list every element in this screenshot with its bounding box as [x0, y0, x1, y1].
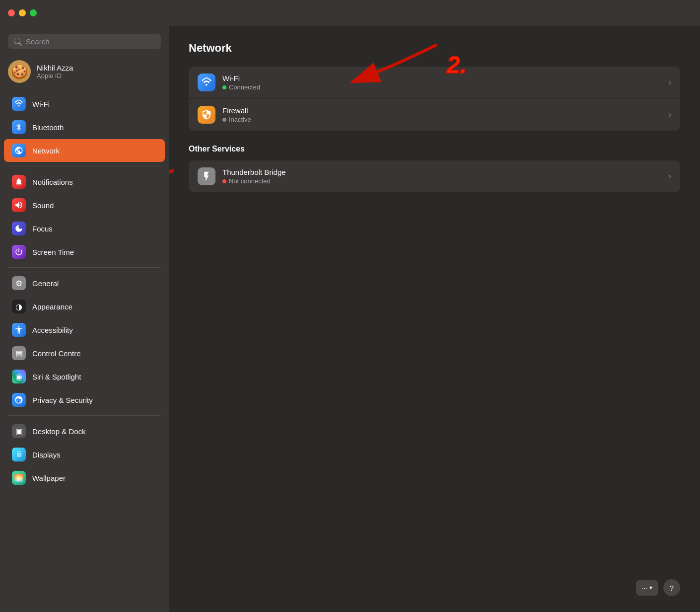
controlcentre-icon: ▤	[12, 346, 26, 360]
network-item-wifi[interactable]: Wi-Fi Connected ›	[189, 67, 680, 98]
sidebar-item-wallpaper[interactable]: 🌅 Wallpaper	[4, 466, 165, 489]
content-area: 1. Network 2.	[169, 26, 700, 612]
firewall-info: Firewall Inactive	[222, 106, 669, 123]
notifications-icon	[12, 175, 26, 189]
sidebar-label-appearance: Appearance	[32, 303, 72, 311]
focus-icon	[12, 222, 26, 235]
thunderbolt-status-dot	[222, 179, 226, 183]
wifi-name: Wi-Fi	[222, 74, 669, 82]
title-bar	[0, 0, 700, 26]
user-name: Nikhil Azza	[37, 64, 73, 72]
search-placeholder: Search	[26, 37, 50, 46]
search-icon	[14, 38, 22, 46]
wifi-status: Connected	[222, 83, 669, 91]
network-item-firewall[interactable]: Firewall Inactive ›	[189, 99, 680, 131]
sidebar-item-accessibility[interactable]: Accessibility	[4, 318, 165, 341]
sidebar-item-network[interactable]: Network	[4, 139, 165, 162]
firewall-icon	[198, 106, 215, 124]
firewall-status-dot	[222, 118, 226, 122]
other-services-heading: Other Services	[189, 145, 680, 153]
sidebar-label-wallpaper: Wallpaper	[32, 474, 66, 482]
sidebar-item-siri[interactable]: ◉ Siri & Spotlight	[4, 365, 165, 388]
close-button[interactable]	[8, 9, 15, 16]
network-main-section: 2. Wi-Fi Connected ›	[189, 67, 680, 131]
wallpaper-icon: 🌅	[12, 471, 26, 485]
bluetooth-icon	[12, 120, 26, 134]
sidebar-item-appearance[interactable]: ◑ Appearance	[4, 295, 165, 318]
more-button[interactable]: ··· ▾	[636, 580, 658, 596]
displays-icon: 🖥	[12, 448, 26, 461]
maximize-button[interactable]	[30, 9, 37, 16]
page-title: Network	[189, 42, 680, 55]
wifi-status-dot	[222, 85, 226, 89]
thunderbolt-icon	[198, 167, 215, 185]
divider-1	[8, 166, 161, 166]
screentime-icon	[12, 245, 26, 259]
traffic-lights	[8, 9, 37, 16]
sidebar-label-accessibility: Accessibility	[32, 326, 73, 334]
help-label: ?	[670, 584, 674, 592]
sidebar-item-bluetooth[interactable]: Bluetooth	[4, 116, 165, 139]
more-chevron-icon: ▾	[649, 584, 652, 591]
siri-icon: ◉	[12, 370, 26, 383]
sidebar-label-controlcentre: Control Centre	[32, 349, 81, 358]
thunderbolt-status: Not connected	[222, 177, 669, 185]
sidebar: Search 🍪 Nikhil Azza Apple ID Wi-Fi	[0, 26, 169, 612]
sidebar-label-notifications: Notifications	[32, 178, 73, 186]
search-bar[interactable]: Search	[8, 34, 161, 49]
wifi-status-text: Connected	[229, 83, 260, 91]
sidebar-label-siri: Siri & Spotlight	[32, 373, 81, 381]
sidebar-label-privacy: Privacy & Security	[32, 396, 93, 404]
sidebar-label-focus: Focus	[32, 225, 53, 233]
sidebar-label-wifi: Wi-Fi	[32, 100, 50, 108]
help-button[interactable]: ?	[663, 579, 680, 596]
wifi-info: Wi-Fi Connected	[222, 74, 669, 91]
sound-icon	[12, 198, 26, 212]
divider-2	[8, 267, 161, 268]
sidebar-item-desktop[interactable]: ▣ Desktop & Dock	[4, 420, 165, 443]
firewall-status-text: Inactive	[229, 116, 251, 123]
sidebar-label-bluetooth: Bluetooth	[32, 123, 64, 132]
sidebar-label-sound: Sound	[32, 201, 54, 210]
wifi-chevron-icon: ›	[669, 78, 671, 87]
thunderbolt-info: Thunderbolt Bridge Not connected	[222, 168, 669, 185]
sidebar-label-network: Network	[32, 147, 60, 155]
wifi-icon	[12, 97, 26, 111]
avatar: 🍪	[8, 60, 31, 83]
annotation-2: 2.	[447, 53, 467, 77]
sidebar-item-wifi[interactable]: Wi-Fi	[4, 92, 165, 115]
firewall-chevron-icon: ›	[669, 110, 671, 119]
avatar-emoji: 🍪	[11, 64, 28, 80]
thunderbolt-chevron-icon: ›	[669, 172, 671, 181]
appearance-icon: ◑	[12, 300, 26, 313]
user-info: Nikhil Azza Apple ID	[37, 64, 73, 79]
sidebar-item-sound[interactable]: Sound	[4, 194, 165, 217]
firewall-name: Firewall	[222, 106, 669, 115]
thunderbolt-status-text: Not connected	[229, 177, 271, 185]
main-layout: Search 🍪 Nikhil Azza Apple ID Wi-Fi	[0, 26, 700, 612]
sidebar-item-notifications[interactable]: Notifications	[4, 170, 165, 193]
more-dots: ···	[642, 584, 647, 592]
network-item-thunderbolt[interactable]: Thunderbolt Bridge Not connected ›	[189, 160, 680, 192]
privacy-icon	[12, 393, 26, 407]
sidebar-label-screentime: Screen Time	[32, 248, 74, 256]
wifi-icon	[198, 74, 215, 91]
sidebar-label-displays: Displays	[32, 451, 61, 459]
sidebar-item-controlcentre[interactable]: ▤ Control Centre	[4, 342, 165, 365]
sidebar-label-desktop: Desktop & Dock	[32, 427, 86, 436]
desktop-icon: ▣	[12, 424, 26, 438]
accessibility-icon	[12, 323, 26, 337]
network-icon	[12, 144, 26, 157]
sidebar-item-displays[interactable]: 🖥 Displays	[4, 443, 165, 466]
sidebar-items-container: Wi-Fi Bluetooth Network Notifications	[0, 92, 169, 490]
firewall-status: Inactive	[222, 116, 669, 123]
thunderbolt-name: Thunderbolt Bridge	[222, 168, 669, 176]
sidebar-item-screentime[interactable]: Screen Time	[4, 240, 165, 263]
user-profile[interactable]: 🍪 Nikhil Azza Apple ID	[0, 55, 169, 92]
sidebar-label-general: General	[32, 279, 59, 288]
bottom-controls: ··· ▾ ?	[636, 579, 680, 596]
sidebar-item-general[interactable]: ⚙ General	[4, 272, 165, 295]
minimize-button[interactable]	[19, 9, 26, 16]
sidebar-item-focus[interactable]: Focus	[4, 217, 165, 240]
sidebar-item-privacy[interactable]: Privacy & Security	[4, 388, 165, 411]
